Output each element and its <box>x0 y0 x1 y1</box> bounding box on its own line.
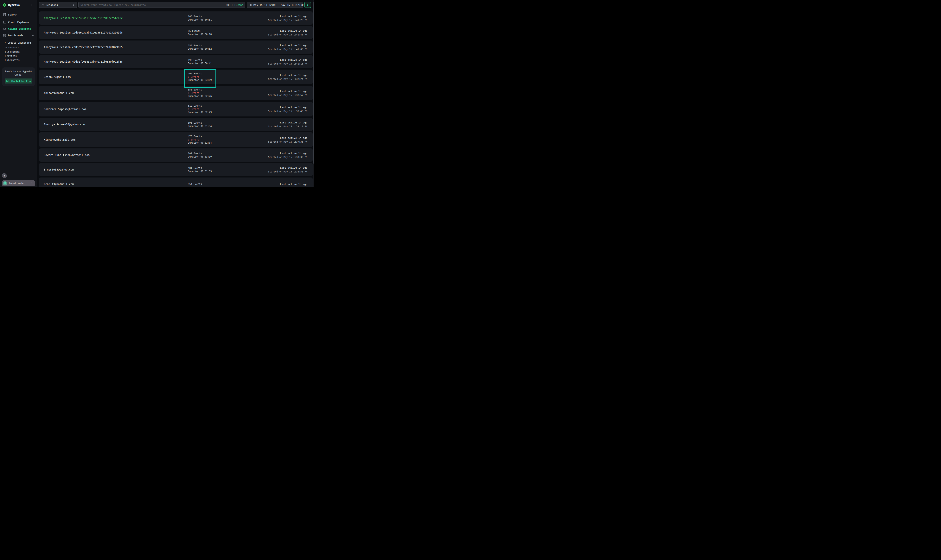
sidebar-item-client-sessions[interactable]: Client Sessions <box>0 25 37 32</box>
session-started-on: Started on May 15 1:41:16 PM <box>268 62 307 65</box>
presets-toggle[interactable]: PRESETS <box>0 45 37 50</box>
get-started-button[interactable]: Get Started for Free <box>5 78 32 83</box>
session-events-count: 393 Events <box>188 121 212 125</box>
session-activity: Last active 1h ago Started on May 15 1:4… <box>268 29 307 36</box>
session-row[interactable]: Roderick_Sipes1@hotmail.com 618 Events 1… <box>39 102 313 117</box>
session-errors-count: 1 Errors <box>188 108 212 111</box>
session-started-on: Started on May 15 1:33:51 PM <box>268 170 307 173</box>
sidebar-item-label: Client Sessions <box>8 27 31 30</box>
sidebar-item-label: Chart Explorer <box>8 21 29 24</box>
session-events-count: 702 Events <box>188 152 212 155</box>
session-stats: 554 Events <box>188 183 202 186</box>
app-title: HyperDX <box>8 3 20 7</box>
session-name: Roderick_Sipes1@hotmail.com <box>44 108 86 111</box>
cloud-promo-card: Ready to use HyperDX Cloud? Get Started … <box>2 68 35 86</box>
session-activity: Last active 1h ago Started on May 15 1:4… <box>268 44 307 51</box>
presets-label: PRESETS <box>8 46 19 49</box>
session-errors-count: 1 Errors <box>188 91 212 95</box>
session-events-count: 166 Events <box>188 15 212 18</box>
session-activity: Last active 1h ago Started on May 15 1:3… <box>268 106 307 112</box>
session-row[interactable]: Howard.Runolfsson@hotmail.com 702 Events… <box>39 148 313 162</box>
session-name: Howard.Runolfsson@hotmail.com <box>44 154 89 157</box>
preset-item[interactable]: Kubernetes <box>0 58 37 62</box>
scrollbar-thumb[interactable] <box>313 2 313 164</box>
sidebar-item-chart-explorer[interactable]: Chart Explorer <box>0 19 37 25</box>
session-row[interactable]: Anonymous Session 9959c464b13dc7637327d8… <box>39 11 313 25</box>
sidebar-collapse-icon[interactable] <box>31 3 34 7</box>
sidebar-bottom: ? U Local mode <box>0 173 37 186</box>
sidebar-nav: Search Chart Explorer Client Sessions <box>0 10 37 40</box>
session-name: Walton9@hotmail.com <box>44 91 74 95</box>
session-stats: 481 Events Duration 00:01:59 <box>188 166 212 173</box>
session-last-active: Last active 1h ago <box>268 152 307 155</box>
session-events-count: 86 Events <box>188 29 212 33</box>
session-stats: 190 Events Duration 00:00:41 <box>188 58 212 65</box>
session-started-on: Started on May 15 1:37:33 PM <box>268 140 307 143</box>
sessions-source-icon <box>41 3 44 6</box>
session-stats: 259 Events Duration 00:00:52 <box>188 44 212 51</box>
session-name: Anonymous Session ee03c95e0b68cffd92bc57… <box>44 46 123 49</box>
session-name: Kieran92@hotmail.com <box>44 138 76 141</box>
time-range-picker[interactable]: May 15 13:32:00 - May 15 13:42:00 <box>247 2 303 8</box>
session-events-count: 470 Events <box>188 135 212 138</box>
session-events-count: 550 Events <box>188 88 212 91</box>
session-name: Ernesto33@yahoo.com <box>44 168 74 171</box>
source-select[interactable]: Sessions <box>39 2 77 8</box>
session-activity: Last active 1h ago Started on May 15 1:3… <box>268 152 307 158</box>
session-row[interactable]: Anonymous Session ee03c95e0b68cffd92bc57… <box>39 40 313 54</box>
session-row[interactable]: Shaniya.Schoen20@yahoo.com 393 Events Du… <box>39 118 313 131</box>
dashboards-submenu: + Create Dashboard PRESETS ClickhouseSer… <box>0 40 37 62</box>
session-last-active: Last active 1h ago <box>268 74 307 77</box>
session-activity: Last active 1h ago <box>280 183 307 186</box>
search-input[interactable] <box>80 3 224 6</box>
preset-item[interactable]: Services <box>0 54 37 58</box>
session-activity: Last active 1h ago Started on May 15 1:3… <box>268 121 307 128</box>
session-started-on: Started on May 15 1:37:24 PM <box>268 78 307 80</box>
session-stats: 706 Events 1 Errors Duration 00:03:09 <box>188 72 212 82</box>
sql-toggle[interactable]: SQL <box>226 3 230 6</box>
session-stats: 470 Events 1 Errors Duration 00:02:04 <box>188 135 212 145</box>
session-name: Anonymous Session 4bd02fe6643aaf44e711f6… <box>44 60 123 63</box>
session-duration: Duration 00:02:04 <box>188 141 212 145</box>
session-last-active: Last active 1h ago <box>268 137 307 139</box>
sidebar-divider <box>0 39 37 39</box>
session-events-count: 259 Events <box>188 44 212 47</box>
session-last-active: Last active 1h ago <box>268 121 307 124</box>
help-button[interactable]: ? <box>2 173 7 178</box>
preset-item[interactable]: Clickhouse <box>0 50 37 54</box>
session-row[interactable]: Walton9@hotmail.com 550 Events 1 Errors … <box>39 86 313 100</box>
chevron-right-icon <box>31 182 33 185</box>
session-row[interactable]: Pearl43@hotmail.com 554 Events Last acti… <box>39 177 313 186</box>
sidebar-item-dashboards[interactable]: Dashboards <box>0 32 37 38</box>
select-updown-icon <box>73 4 75 6</box>
create-dashboard-button[interactable]: + Create Dashboard <box>0 40 37 45</box>
sidebar-item-label: Search <box>8 13 17 16</box>
session-row[interactable]: Kieran92@hotmail.com 470 Events 1 Errors… <box>39 132 313 147</box>
session-name: Anonymous Session 1ad066d3c3b41cea381127… <box>44 31 123 34</box>
session-row[interactable]: Anonymous Session 4bd02fe6643aaf44e711f6… <box>39 55 313 68</box>
local-mode-button[interactable]: U Local mode <box>2 180 35 186</box>
scrollbar-track[interactable] <box>313 0 313 186</box>
chevron-down-icon <box>5 46 7 49</box>
session-last-active: Last active 1h ago <box>268 166 307 169</box>
chart-line-icon <box>3 20 6 24</box>
lucene-toggle[interactable]: Lucene <box>234 3 243 6</box>
session-duration: Duration 00:02:29 <box>188 111 212 114</box>
calendar-icon <box>249 3 252 6</box>
session-row[interactable]: Ernesto33@yahoo.com 481 Events Duration … <box>39 163 313 176</box>
session-events-count: 481 Events <box>188 166 212 170</box>
session-last-active: Last active 1h ago <box>268 106 307 109</box>
chevron-up-icon[interactable] <box>32 34 34 37</box>
session-row[interactable]: Anonymous Session 1ad066d3c3b41cea381127… <box>39 26 313 39</box>
source-select-value: Sessions <box>46 3 58 6</box>
app-screen: HyperDX Search <box>0 0 313 186</box>
session-stats: 393 Events Duration 00:01:34 <box>188 121 212 128</box>
search-bar: SQL | Lucene <box>78 2 245 8</box>
session-started-on: Started on May 15 1:41:40 PM <box>268 33 307 36</box>
session-started-on: Started on May 15 1:41:28 PM <box>268 19 307 22</box>
session-row[interactable]: Deion37@gmail.com 706 Events 1 Errors Du… <box>39 69 313 84</box>
session-started-on: Started on May 15 1:37:46 PM <box>268 110 307 112</box>
run-query-button[interactable] <box>304 2 311 8</box>
sidebar-item-search[interactable]: Search <box>0 11 37 18</box>
sidebar-item-label: Dashboards <box>8 34 23 37</box>
